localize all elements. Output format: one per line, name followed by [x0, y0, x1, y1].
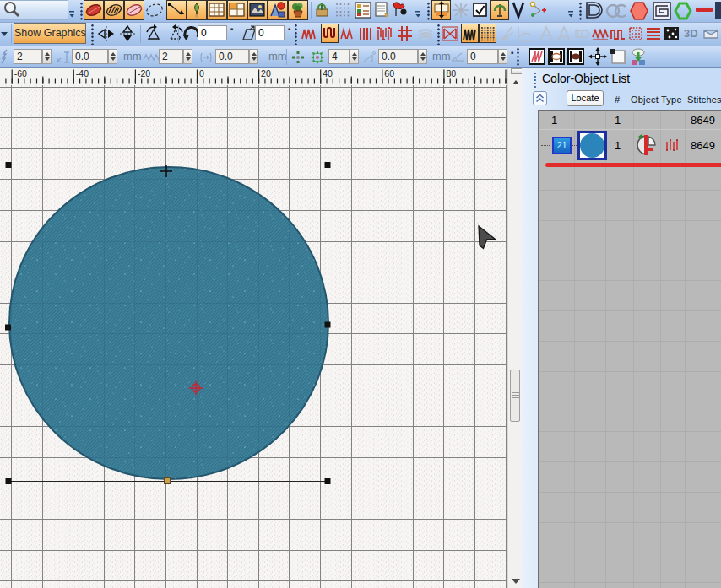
svg-text:0: 0: [199, 68, 204, 78]
svg-text:-40: -40: [76, 68, 89, 78]
svg-text:20: 20: [261, 68, 271, 78]
svg-text:40: 40: [323, 68, 333, 78]
svg-text:-60: -60: [14, 68, 27, 78]
svg-text:60: 60: [384, 68, 394, 78]
svg-text:-20: -20: [138, 68, 150, 78]
svg-text:80: 80: [446, 68, 456, 78]
